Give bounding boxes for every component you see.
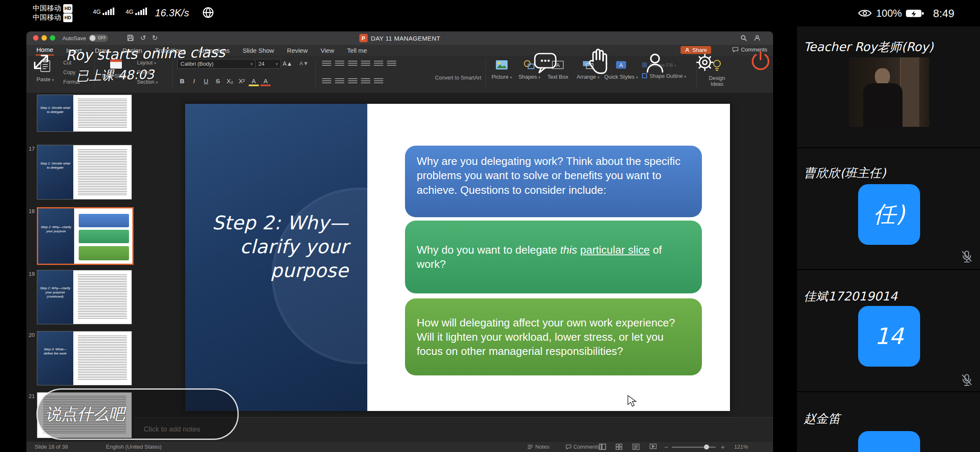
autosave-switch[interactable]: OFF: [89, 34, 108, 42]
line-spacing-button[interactable]: [387, 61, 396, 67]
mini-green-box: [79, 230, 129, 243]
text-direction-button[interactable]: [374, 61, 383, 67]
settings-gear-icon[interactable]: [692, 49, 718, 77]
zoom-level[interactable]: 121%: [734, 444, 748, 450]
notes-toggle-button[interactable]: Notes: [527, 444, 549, 450]
mic-muted-icon[interactable]: [961, 374, 972, 388]
comments-toggle-button[interactable]: Comments: [566, 444, 600, 450]
chat-input-bubble[interactable]: 说点什么吧: [36, 388, 239, 440]
slide-text-box-green-2[interactable]: How will delegating affect your own work…: [405, 298, 702, 375]
carrier-line-2: 中国移动HD: [33, 13, 72, 22]
share-user-icon[interactable]: [754, 35, 761, 43]
subscript-button[interactable]: X₂: [225, 77, 235, 85]
slide-text-box-blue[interactable]: Why are you delegating work? Think about…: [405, 146, 702, 217]
highlight-color-button[interactable]: A: [249, 77, 259, 86]
align-center-button[interactable]: [335, 78, 344, 85]
font-size-dropdown[interactable]: 24▾: [255, 59, 281, 69]
normal-view-icon[interactable]: [599, 444, 606, 450]
chat-prompt-text: 说点什么吧: [45, 403, 125, 425]
slide-thumbnail-17[interactable]: Step 1: Decide what to delegate: [37, 145, 132, 200]
globe-icon: [202, 6, 214, 21]
font-color-button[interactable]: A: [260, 77, 271, 86]
raise-hand-icon[interactable]: [585, 47, 611, 77]
autosave-toggle[interactable]: AutoSave OFF: [62, 34, 108, 42]
participant-name: Teacher Roy老师(Roy): [804, 39, 934, 56]
participant-tile-3[interactable]: 佳斌172019014 14: [797, 270, 980, 392]
signal-group-1: 4G: [93, 8, 114, 15]
bullets-button[interactable]: [322, 61, 331, 67]
numbering-button[interactable]: [335, 61, 344, 67]
grow-font-button[interactable]: A▲: [283, 60, 292, 67]
slide-box1-text: Why are you delegating work? Think about…: [417, 155, 681, 196]
font-size-value: 24: [258, 61, 264, 67]
save-icon[interactable]: [127, 34, 134, 43]
zoom-button[interactable]: [50, 35, 55, 41]
thumbnail-body: [73, 145, 132, 199]
redo-icon[interactable]: ↻: [152, 34, 157, 42]
tab-tell-me[interactable]: Tell me: [346, 46, 368, 55]
italic-button[interactable]: I: [189, 77, 199, 85]
zoom-in-button[interactable]: +: [721, 444, 725, 451]
thumbnail-number: 17: [26, 146, 35, 152]
power-icon[interactable]: [748, 49, 773, 77]
slide-indicator: Slide 18 of 38: [35, 444, 68, 450]
align-right-button[interactable]: [348, 78, 357, 85]
decrease-indent-button[interactable]: [348, 61, 357, 67]
slide-canvas[interactable]: Step 2: Why— clarify your purpose Why ar…: [185, 104, 730, 411]
slide-thumbnail-20[interactable]: Step 3: What—define the work: [37, 331, 132, 385]
reading-view-icon[interactable]: [632, 444, 640, 450]
battery-percent: 100%: [876, 8, 902, 19]
minimize-button[interactable]: [41, 35, 47, 41]
powerpoint-status-bar: Slide 18 of 38 English (United States) N…: [26, 441, 773, 452]
align-left-button[interactable]: [322, 78, 331, 85]
tab-slide-show[interactable]: Slide Show: [242, 46, 275, 55]
svg-text:A: A: [619, 62, 623, 68]
autosave-state: OFF: [98, 36, 106, 40]
participant-tile-2[interactable]: 曹欣欣(班主任) 任): [797, 148, 980, 270]
thumbnail-number: 19: [26, 271, 35, 277]
shrink-font-button[interactable]: A▼: [299, 60, 309, 67]
picture-button[interactable]: Picture ▾: [490, 60, 514, 80]
expand-arrows-icon[interactable]: [30, 51, 52, 74]
chat-bubble-icon[interactable]: [533, 51, 558, 77]
bold-button[interactable]: B: [177, 77, 187, 85]
powerpoint-app-icon: P: [359, 34, 368, 42]
thumbnail-body: [73, 270, 132, 324]
superscript-button[interactable]: X²: [237, 77, 247, 85]
language-button[interactable]: English (United States): [106, 444, 162, 450]
underline-button[interactable]: U: [201, 77, 211, 85]
participant-avatar: [858, 431, 920, 452]
participant-tile-teacher[interactable]: Teacher Roy老师(Roy): [797, 26, 980, 148]
columns-button[interactable]: [374, 78, 383, 85]
clock-time: 8:49: [933, 7, 954, 20]
tab-review[interactable]: Review: [286, 46, 308, 55]
undo-icon[interactable]: ↺: [140, 34, 146, 42]
tab-view[interactable]: View: [320, 46, 335, 55]
participant-name: 曹欣欣(班主任): [804, 165, 886, 182]
justify-button[interactable]: [361, 78, 370, 85]
slideshow-view-icon[interactable]: [650, 444, 657, 450]
annotation-note-line2: 已上课 48:03: [76, 66, 155, 85]
zoom-out-button[interactable]: −: [664, 444, 668, 451]
search-icon[interactable]: [740, 35, 747, 43]
increase-indent-button[interactable]: [361, 61, 370, 67]
slide-thumbnail-18-selected[interactable]: Step 2: Why—clarify your purpose: [37, 207, 134, 265]
signal-bars-icon: [103, 8, 114, 15]
zoom-slider[interactable]: [672, 447, 716, 448]
slide-thumbnail-19[interactable]: Step 2: Why—clarify your purpose (contin…: [37, 270, 132, 324]
mini-green-box: [79, 246, 129, 260]
participant-name: 佳斌172019014: [804, 288, 897, 305]
convert-to-smartart-button[interactable]: Convert to SmartArt: [435, 75, 482, 81]
close-button[interactable]: [33, 35, 39, 41]
thumbnail-number: 21: [26, 393, 35, 399]
thumbnail-number: 20: [26, 332, 35, 338]
slide-thumbnail-16[interactable]: Step 1: Decide what to delegate: [37, 95, 132, 132]
slide-text-box-green-1[interactable]: Why do you want to delegate this particu…: [405, 221, 702, 293]
slide-sorter-view-icon[interactable]: [616, 444, 622, 450]
zoom-slider-knob[interactable]: [704, 444, 709, 449]
participant-tile-4[interactable]: 赵金笛: [797, 392, 980, 452]
mic-muted-icon[interactable]: [961, 250, 972, 265]
strikethrough-button[interactable]: S: [213, 77, 223, 85]
participants-icon[interactable]: [642, 49, 668, 77]
person-face: [875, 68, 890, 85]
